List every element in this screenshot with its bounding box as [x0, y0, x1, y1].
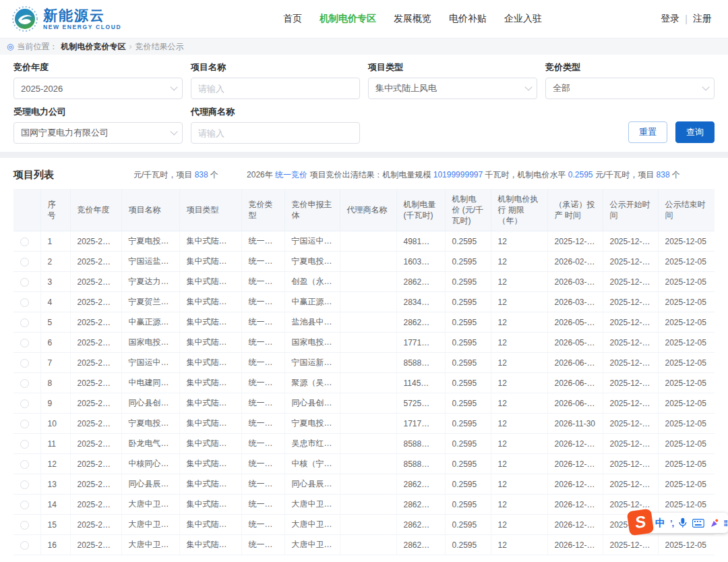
table-cell	[340, 474, 396, 495]
table-cell	[340, 231, 396, 252]
project-name-input[interactable]	[191, 78, 360, 99]
notice-highlight: 0.2595	[568, 170, 593, 179]
row-radio-button[interactable]	[20, 420, 29, 428]
table-cell: 集中式陆上风电	[179, 373, 241, 393]
row-radio-button[interactable]	[20, 298, 29, 307]
row-radio-button[interactable]	[20, 318, 29, 327]
table-cell: 吴忠市红寺堡...	[284, 434, 340, 454]
table-cell: 12	[491, 414, 547, 434]
table-cell: 集中式陆上风电	[179, 535, 241, 555]
filter-project-type: 项目类型 集中式陆上风电	[368, 61, 537, 99]
table-cell: 12	[491, 535, 547, 555]
table-row: 72025-2026宁国运中宁徐...集中式陆上风电统一竞价宁国运新能源...8…	[13, 353, 715, 373]
table-cell: 2026-03-30	[547, 272, 603, 292]
table-cell: 12	[491, 434, 547, 454]
table-cell: 0.2595	[445, 434, 491, 454]
table-cell: 宁夏电投盐池...	[284, 414, 340, 434]
breadcrumb-current: 竞价结果公示	[135, 41, 183, 53]
table-cell: 2026-06-30	[547, 373, 603, 393]
row-radio-button[interactable]	[20, 480, 29, 489]
row-radio-button[interactable]	[20, 339, 29, 347]
table-cell: 286287093	[396, 495, 445, 515]
table-cell: 2025-12-05	[658, 312, 715, 333]
table-row: 22025-2026宁国运盐池高...集中式陆上风电统一竞价宁夏电投盐池...1…	[13, 252, 715, 272]
row-radio-button[interactable]	[20, 278, 29, 287]
ime-grip-handle[interactable]: ⁞⁞	[723, 518, 727, 528]
row-radio-button[interactable]	[20, 379, 29, 388]
location-icon: ◎	[7, 42, 13, 51]
breadcrumb-section[interactable]: 机制电价竞价专区	[61, 41, 125, 53]
column-header: 项目类型	[179, 189, 241, 231]
table-cell: 12	[491, 393, 547, 414]
table-cell: 2025-12-05	[658, 434, 715, 454]
reset-button[interactable]: 重置	[628, 121, 667, 143]
table-cell: 中核同心县150...	[121, 454, 179, 474]
table-cell: 0.2595	[445, 373, 491, 393]
table-cell: 1	[40, 231, 70, 252]
project-type-select[interactable]: 集中式陆上风电	[368, 78, 537, 99]
row-radio-button[interactable]	[20, 460, 29, 469]
column-header: 项目名称	[121, 189, 179, 231]
table-cell: 2	[40, 252, 70, 272]
nav-item[interactable]: 发展概览	[394, 13, 431, 25]
row-radio-button[interactable]	[20, 521, 29, 530]
row-radio-button[interactable]	[20, 541, 29, 550]
ime-language-toggle[interactable]: 中	[655, 517, 665, 530]
search-button[interactable]: 查询	[675, 121, 715, 143]
table-cell: 2025-2026	[70, 434, 121, 454]
nav-item[interactable]: 企业入驻	[504, 13, 542, 25]
ime-punctuation-toggle[interactable]: ’,	[670, 518, 673, 528]
login-link[interactable]: 登录	[661, 13, 679, 25]
table-cell	[340, 454, 396, 474]
row-radio-button[interactable]	[20, 440, 29, 449]
nav-item[interactable]: 电价补贴	[449, 13, 487, 25]
table-cell: 0.2595	[445, 454, 491, 474]
table-cell: 2025-12-05	[658, 474, 715, 495]
nav-item[interactable]: 机制电价专区	[320, 13, 376, 25]
table-cell: 2025-2026	[70, 515, 121, 535]
row-radio-button[interactable]	[20, 359, 29, 368]
table-cell: 2025-2026	[70, 312, 121, 333]
table-cell: 28628709	[396, 312, 445, 333]
keyboard-icon[interactable]	[692, 519, 704, 528]
table-cell	[340, 312, 396, 333]
table-cell: 大唐中卫云基...	[121, 515, 179, 535]
table-cell: 2026-12-31	[547, 454, 603, 474]
table-cell	[340, 434, 396, 454]
bidding-year-select[interactable]: 2025-2026	[13, 78, 183, 99]
microphone-icon[interactable]	[678, 517, 688, 528]
table-header: 序号竞价年度项目名称项目类型竞价类型竞价申报主体代理商名称机制电量 (千瓦时)机…	[13, 189, 715, 231]
agent-name-input[interactable]	[191, 122, 360, 144]
table-cell: 统一竞价	[241, 353, 284, 373]
table-cell: 大唐中卫新能...	[284, 495, 340, 515]
register-link[interactable]: 注册	[693, 13, 712, 25]
notice-highlight: 10199999997	[433, 170, 483, 179]
table-cell: 宁夏电投盐池...	[121, 414, 179, 434]
table-row: 152025-2026大唐中卫云基...集中式陆上风电统一竞价大唐中卫新能...…	[13, 515, 715, 535]
table-cell: 集中式陆上风电	[179, 353, 241, 373]
sogou-logo-icon[interactable]: S	[627, 509, 655, 536]
table-row: 162025-2026大唐中卫云基...集中式陆上风电统一竞价大唐中卫新能...…	[13, 535, 715, 555]
table-cell: 5	[40, 312, 70, 333]
breadcrumb: ◎ 当前位置： 机制电价竞价专区 › 竞价结果公示	[0, 38, 728, 55]
column-header: 竞价类型	[241, 189, 284, 231]
table-cell: 集中式陆上风电	[179, 474, 241, 495]
row-radio-button[interactable]	[20, 399, 29, 408]
table-cell: 0.2595	[445, 353, 491, 373]
nav-item[interactable]: 首页	[283, 13, 302, 25]
table-cell	[340, 393, 396, 414]
brand-logo[interactable]: 新能源云 NEW ENERGY CLOUD	[0, 6, 121, 32]
table-row: 102025-2026宁夏电投盐池...集中式陆上风电统一竞价宁夏电投盐池...…	[13, 414, 715, 434]
bidding-type-select[interactable]: 全部	[545, 78, 715, 99]
table-cell: 12	[491, 373, 547, 393]
table-cell: 2025-12-01	[603, 272, 658, 292]
row-radio-button[interactable]	[20, 258, 29, 266]
power-company-select[interactable]: 国网宁夏电力有限公司	[13, 122, 183, 144]
row-radio-button[interactable]	[20, 237, 29, 246]
table-cell: 中赢正源5万千...	[121, 312, 179, 333]
table-cell: 2025-12-05	[658, 414, 715, 434]
table-cell: 12	[491, 292, 547, 312]
new-energy-cloud-logo-icon	[12, 6, 38, 32]
skin-tool-icon[interactable]	[709, 518, 719, 528]
row-radio-button[interactable]	[20, 501, 29, 509]
